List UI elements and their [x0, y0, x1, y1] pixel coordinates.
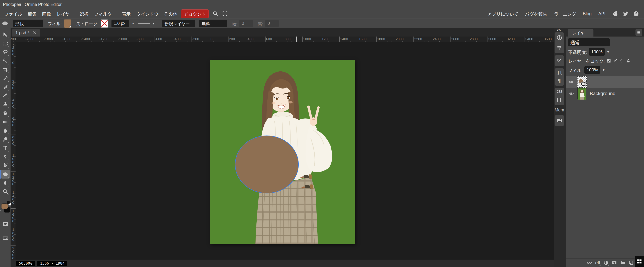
- crop-tool[interactable]: [1, 65, 10, 74]
- search-icon[interactable]: [212, 11, 218, 17]
- layer-row[interactable]: [566, 76, 644, 88]
- magic-wand-tool[interactable]: [1, 57, 10, 65]
- adjustment-layer-icon[interactable]: [604, 260, 609, 265]
- menu-account[interactable]: アカウント: [181, 10, 209, 18]
- link-Blog[interactable]: Blog: [583, 11, 592, 16]
- character-panel-icon[interactable]: Tt: [557, 70, 562, 76]
- zoom-tool[interactable]: [1, 187, 10, 196]
- document-tab[interactable]: 1.psd *: [12, 29, 40, 37]
- layer-fill-input[interactable]: 100%: [584, 66, 600, 74]
- lock-all-icon[interactable]: [626, 59, 631, 63]
- foreground-color-swatch[interactable]: [1, 203, 8, 209]
- quick-mask-button[interactable]: [1, 221, 10, 227]
- layer-thumbnail[interactable]: [577, 76, 587, 88]
- zoom-level[interactable]: 50.00%: [16, 261, 35, 266]
- default-colors-icon[interactable]: [7, 201, 10, 204]
- gradient-tool[interactable]: [1, 118, 10, 126]
- layer-visibility-eye-icon[interactable]: [568, 79, 574, 85]
- stroke-style-dropdown-icon[interactable]: ▼: [152, 22, 155, 25]
- horizontal-ruler[interactable]: -2200-2000-1800-1600-1400-1200-1000-800-…: [10, 37, 554, 42]
- measure-panel-icon[interactable]: [556, 96, 563, 104]
- layer-thumbnail[interactable]: [578, 88, 586, 99]
- adjustments-panel-icon[interactable]: [556, 44, 563, 51]
- tab-layers[interactable]: レイヤー: [568, 29, 594, 37]
- link-API[interactable]: API: [598, 11, 606, 16]
- new-folder-icon[interactable]: [620, 260, 625, 265]
- license-select[interactable]: 無料: [199, 20, 227, 27]
- windows-taskbar-corner[interactable]: [635, 256, 644, 267]
- stroke-style-preview[interactable]: [138, 23, 150, 24]
- brush-tool[interactable]: [1, 91, 10, 100]
- vertical-ruler[interactable]: -200020040060080010001200140016001800200…: [10, 42, 16, 259]
- info-panel-icon[interactable]: [556, 34, 563, 41]
- reddit-icon[interactable]: [612, 11, 618, 17]
- menu-選択[interactable]: 選択: [77, 9, 91, 18]
- menu-フィルター[interactable]: フィルター: [91, 9, 119, 18]
- css-panel-icon[interactable]: CSS: [556, 90, 562, 94]
- twitter-icon[interactable]: [622, 11, 629, 17]
- eyedropper-tool[interactable]: [1, 74, 10, 83]
- dodge-tool[interactable]: [1, 135, 10, 144]
- ruler-label: 2000: [11, 246, 15, 259]
- width-input[interactable]: 0: [240, 20, 253, 27]
- layer-fill-dropdown-icon[interactable]: ▼: [602, 68, 605, 72]
- layer-name[interactable]: Background: [590, 91, 616, 96]
- link-アプリについて[interactable]: アプリについて: [487, 11, 518, 17]
- document-dimensions[interactable]: 1566 × 1984: [38, 261, 67, 266]
- panel-menu-icon[interactable]: [636, 29, 642, 36]
- menu-表示[interactable]: 表示: [119, 9, 134, 18]
- shape-mode-select[interactable]: 形状: [13, 20, 43, 27]
- fill-color-swatch[interactable]: [64, 20, 71, 28]
- eraser-tool[interactable]: [1, 109, 10, 118]
- ellipse-tool[interactable]: [1, 170, 10, 179]
- lasso-tool[interactable]: [1, 48, 10, 57]
- keyboard-shortcuts-button[interactable]: [1, 235, 10, 241]
- move-tool[interactable]: [1, 31, 10, 39]
- type-tool[interactable]: [1, 144, 10, 152]
- opacity-input[interactable]: 100%: [589, 48, 605, 56]
- ruler-tick: [191, 37, 192, 42]
- blend-mode-select[interactable]: 通常: [568, 38, 610, 46]
- stroke-width-dropdown-icon[interactable]: ▼: [132, 22, 134, 25]
- canvas-viewport[interactable]: [16, 42, 554, 259]
- layer-effects-icon[interactable]: eff: [595, 260, 600, 265]
- layer-mask-icon[interactable]: [612, 260, 617, 265]
- canvas[interactable]: [210, 60, 355, 244]
- stroke-width-input[interactable]: 1.0 px: [112, 20, 129, 27]
- stroke-color-swatch[interactable]: [101, 20, 108, 28]
- clone-stamp-tool[interactable]: [1, 100, 10, 109]
- menu-ウインドウ[interactable]: ウインドウ: [134, 9, 161, 18]
- collapse-strip-control[interactable]: <>: [556, 28, 561, 32]
- document-tab-row: 1.psd *: [10, 28, 554, 37]
- paragraph-panel-icon[interactable]: ¶: [558, 78, 561, 84]
- blur-tool[interactable]: [1, 126, 10, 135]
- link-ラーニング[interactable]: ラーニング: [554, 11, 576, 17]
- pen-tool[interactable]: [1, 152, 10, 161]
- layer-visibility-eye-icon[interactable]: [568, 91, 574, 96]
- close-icon[interactable]: [32, 31, 37, 35]
- height-input[interactable]: 0: [265, 20, 279, 27]
- healing-brush-tool[interactable]: [1, 83, 10, 91]
- direct-select-tool[interactable]: [1, 161, 10, 170]
- new-layer-mode-select[interactable]: 新規レイヤー: [162, 20, 195, 27]
- image-panel-icon[interactable]: [556, 117, 563, 124]
- lock-paint-icon[interactable]: [613, 59, 618, 63]
- rect-select-tool[interactable]: [1, 39, 10, 48]
- fullscreen-icon[interactable]: [222, 11, 228, 17]
- layer-row[interactable]: Background: [566, 88, 644, 99]
- lock-position-icon[interactable]: [620, 59, 624, 63]
- facebook-icon[interactable]: [633, 11, 639, 17]
- menu-画像[interactable]: 画像: [39, 9, 54, 18]
- menu-ファイル[interactable]: ファイル: [2, 9, 25, 18]
- menu-編集[interactable]: 編集: [25, 9, 39, 18]
- link-layers-icon[interactable]: [587, 260, 592, 265]
- menu-その他[interactable]: その他: [161, 9, 180, 18]
- swap-colors-icon[interactable]: [0, 209, 4, 213]
- brush-settings-panel-icon[interactable]: [556, 57, 563, 64]
- opacity-dropdown-icon[interactable]: ▼: [606, 51, 610, 54]
- hand-tool[interactable]: [1, 179, 10, 187]
- new-layer-icon[interactable]: [628, 260, 634, 265]
- lock-transparency-icon[interactable]: [606, 59, 611, 63]
- link-バグを報告[interactable]: バグを報告: [525, 11, 547, 17]
- menu-レイヤー[interactable]: レイヤー: [54, 9, 77, 18]
